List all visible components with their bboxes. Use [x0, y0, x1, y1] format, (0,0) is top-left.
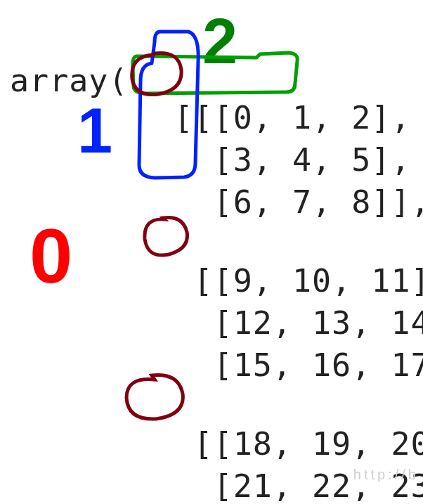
- watermark-text: http://b: [353, 467, 419, 483]
- diagram-stage: array( 2 1 0 [[[0, 1, 2], [3, 4, 5], [6,…: [0, 0, 423, 504]
- axis-0-label: 0: [30, 211, 72, 300]
